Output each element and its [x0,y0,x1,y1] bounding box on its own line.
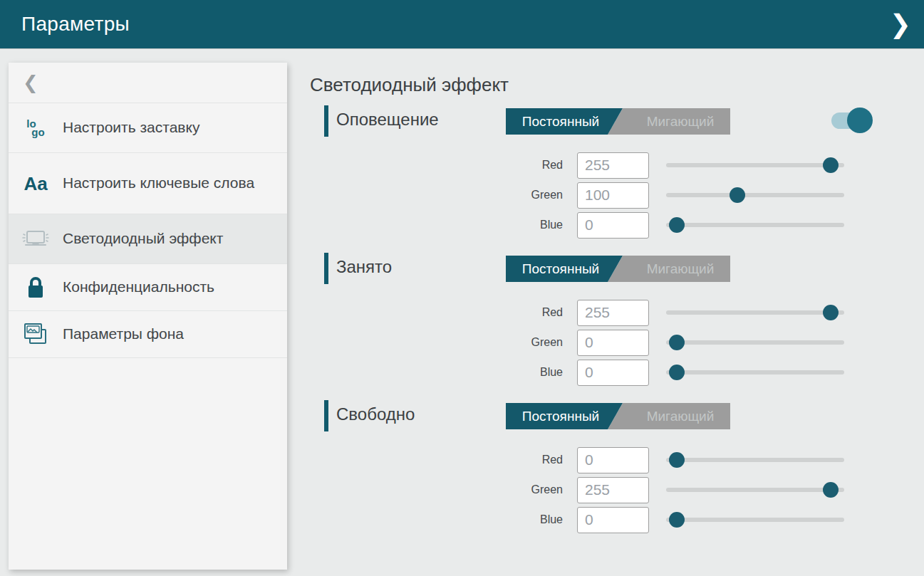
mode-constant-button[interactable]: Постоянный [506,403,623,429]
green-row: Green [324,476,924,503]
slider-thumb[interactable] [669,512,685,528]
mode-toggle: Мигающий Постоянный [506,403,730,429]
slider-track[interactable] [666,163,844,167]
sidebar-item-privacy[interactable]: Конфиденциальность [9,264,287,311]
sidebar-item-label: Конфиденциальность [63,278,224,296]
slider-thumb[interactable] [730,187,745,203]
red-value-input[interactable] [577,447,649,473]
slider-thumb[interactable] [669,335,685,350]
slider-thumb[interactable] [669,452,685,468]
blue-value-input[interactable] [577,212,649,239]
mode-constant-label: Постоянный [522,114,599,130]
red-slider[interactable] [666,300,844,325]
section-free: Свободно Мигающий Постоянный Red Green [324,400,924,533]
slider-thumb[interactable] [669,365,685,380]
green-label: Green [324,336,563,349]
mode-blinking-label: Мигающий [630,409,730,424]
switch-knob[interactable] [847,108,873,133]
red-label: Red [324,159,563,172]
slider-thumb[interactable] [669,217,685,233]
red-row: Red [324,152,924,179]
green-value-input[interactable] [577,182,649,209]
slider-thumb[interactable] [823,482,839,498]
blue-row: Blue [324,359,924,386]
section-title: Занято [336,257,392,277]
blue-value-input[interactable] [577,360,649,386]
blue-label: Blue [324,219,563,231]
sidebar-item-label: Параметры фона [63,325,194,343]
keywords-icon: Aa [9,174,63,193]
red-value-input[interactable] [577,300,649,326]
accent-bar [324,253,328,284]
mode-blinking-label: Мигающий [630,114,730,130]
mode-constant-label: Постоянный [522,409,599,424]
slider-track[interactable] [666,340,844,345]
sidebar-item-splash-screen[interactable]: lo go Настроить заставку [9,103,287,153]
section-notification: Оповещение Мигающий Постоянный Red [324,105,924,239]
led-screen-icon [9,228,63,251]
slider-track[interactable] [666,223,844,227]
red-row: Red [324,299,924,326]
sidebar-item-keywords[interactable]: Aa Настроить ключевые слова [9,153,287,214]
blue-slider[interactable] [666,360,844,385]
red-label: Red [324,454,563,466]
slider-thumb[interactable] [823,305,839,320]
section-title: Оповещение [336,110,439,130]
notification-enable-switch[interactable] [831,107,873,134]
slider-thumb[interactable] [823,157,839,173]
red-slider[interactable] [666,447,844,473]
green-label: Green [324,189,563,201]
mode-toggle: Мигающий Постоянный [506,108,730,135]
sidebar-item-background[interactable]: Параметры фона [9,311,287,358]
blue-label: Blue [324,513,563,526]
blue-label: Blue [324,366,563,379]
section-busy: Занято Мигающий Постоянный Red Green [324,253,924,386]
sidebar-item-label: Настроить заставку [63,118,209,137]
blue-row: Blue [324,211,924,239]
green-slider[interactable] [666,182,844,208]
blue-slider[interactable] [666,507,844,533]
red-value-input[interactable] [577,152,649,179]
lock-icon [9,276,63,300]
sidebar-item-label: Настроить ключевые слова [63,174,264,192]
logo-icon: lo go [9,120,63,137]
red-row: Red [324,446,924,473]
app-header: Параметры ❯ [0,0,924,48]
green-row: Green [324,329,924,356]
green-value-input[interactable] [577,477,649,503]
slider-track[interactable] [666,458,844,462]
red-label: Red [324,306,563,319]
mode-constant-button[interactable]: Постоянный [506,108,623,135]
section-title: Свободно [336,404,415,424]
mode-blinking-label: Мигающий [630,261,730,277]
slider-track[interactable] [666,488,844,492]
sidebar-item-label: Светодиодный эффект [63,229,233,248]
back-chevron-icon[interactable]: ❮ [23,73,38,92]
blue-row: Blue [324,506,924,533]
panel-title: Светодиодный эффект [310,74,924,95]
accent-bar [324,400,328,431]
red-slider[interactable] [666,152,844,178]
led-effect-panel: Светодиодный эффект Оповещение Мигающий … [310,48,924,576]
slider-track[interactable] [666,310,844,315]
blue-slider[interactable] [666,212,844,238]
green-slider[interactable] [666,330,844,355]
slider-track[interactable] [666,370,844,375]
settings-sidebar: ❮ lo go Настроить заставку Aa Настроить … [9,63,287,570]
forward-chevron-icon[interactable]: ❯ [890,11,911,37]
mode-constant-label: Постоянный [522,261,599,277]
green-label: Green [324,483,563,496]
slider-track[interactable] [666,193,844,197]
slider-track[interactable] [666,518,844,522]
blue-value-input[interactable] [577,507,649,533]
green-value-input[interactable] [577,330,649,356]
green-slider[interactable] [666,477,844,503]
sidebar-back-row[interactable]: ❮ [9,63,287,103]
mode-constant-button[interactable]: Постоянный [506,256,623,282]
accent-bar [324,105,328,137]
mode-toggle: Мигающий Постоянный [506,256,730,282]
green-row: Green [324,182,924,209]
page-title: Параметры [21,13,130,36]
background-images-icon [9,322,63,347]
sidebar-item-led-effect[interactable]: Светодиодный эффект [9,214,287,264]
